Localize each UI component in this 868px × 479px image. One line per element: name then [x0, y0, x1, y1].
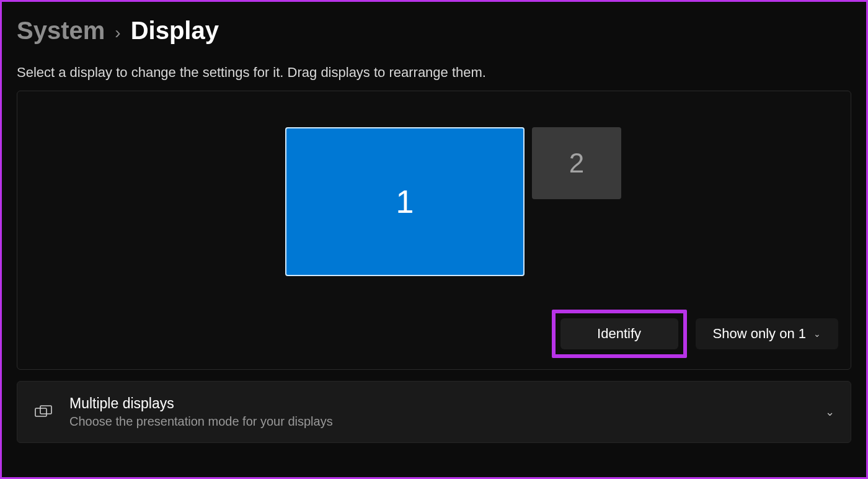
chevron-down-icon: ⌄	[825, 405, 835, 419]
page-description: Select a display to change the settings …	[17, 65, 851, 81]
svg-rect-0	[35, 408, 46, 416]
chevron-right-icon: ›	[115, 23, 120, 43]
chevron-down-icon: ⌄	[813, 329, 821, 339]
multiple-displays-row[interactable]: Multiple displays Choose the presentatio…	[17, 381, 851, 443]
display-monitor-1[interactable]: 1	[285, 127, 525, 276]
multiple-displays-text: Multiple displays Choose the presentatio…	[69, 395, 809, 429]
identify-highlight-box: Identify	[552, 310, 687, 358]
identify-button[interactable]: Identify	[560, 318, 678, 349]
projection-mode-dropdown[interactable]: Show only on 1 ⌄	[696, 318, 838, 349]
breadcrumb: System › Display	[17, 17, 851, 45]
multiple-displays-icon	[33, 402, 53, 422]
display-monitor-2[interactable]: 2	[532, 127, 621, 199]
displays-container: 1 2	[285, 127, 621, 276]
display-buttons-row: Identify Show only on 1 ⌄	[552, 310, 838, 358]
multiple-displays-subtitle: Choose the presentation mode for your di…	[69, 414, 809, 429]
breadcrumb-parent-link[interactable]: System	[17, 17, 105, 45]
multiple-displays-title: Multiple displays	[69, 395, 809, 412]
projection-mode-label: Show only on 1	[713, 326, 806, 342]
svg-rect-1	[40, 406, 51, 414]
breadcrumb-current: Display	[131, 17, 219, 45]
display-arrangement-area: 1 2 Identify Show only on 1 ⌄	[17, 91, 851, 370]
